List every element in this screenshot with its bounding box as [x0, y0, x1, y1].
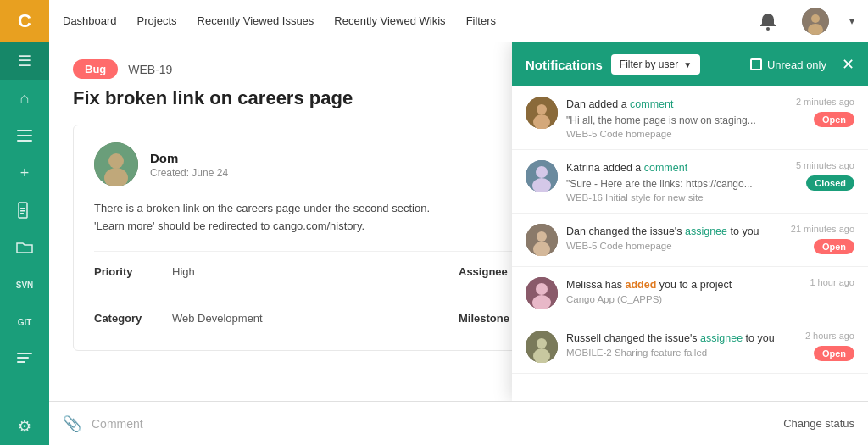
notification-text: Dan added a comment: [566, 97, 787, 113]
svg-rect-6: [20, 213, 24, 214]
notification-avatar: [526, 160, 558, 192]
notification-time: 21 minutes ago: [791, 224, 854, 234]
sidebar-item-svn[interactable]: SVN: [0, 266, 49, 303]
svg-point-33: [537, 338, 547, 348]
notifications-close-button[interactable]: ✕: [842, 55, 854, 74]
notification-time: 2 minutes ago: [796, 97, 854, 107]
filter-by-user-button[interactable]: Filter by user ▼: [611, 54, 700, 75]
sidebar: C ☰ ⌂ + SVN GIT ⚙: [0, 0, 49, 445]
top-navigation: Dashboard Projects Recently Viewed Issue…: [49, 0, 868, 42]
notification-avatar: [526, 224, 558, 256]
notification-text: Katrina added a comment: [566, 160, 787, 176]
notification-status: Open: [814, 239, 854, 254]
nav-projects[interactable]: Projects: [137, 14, 177, 27]
sidebar-item-add[interactable]: +: [0, 154, 49, 192]
author-avatar: [94, 142, 138, 186]
sidebar-item-menu[interactable]: ☰: [0, 42, 49, 80]
notification-right: 2 minutes ago Open: [796, 97, 854, 127]
svg-rect-1: [17, 135, 32, 136]
notification-link[interactable]: assignee: [685, 225, 727, 237]
svg-rect-7: [17, 353, 32, 354]
notification-link[interactable]: comment: [644, 162, 687, 174]
svg-point-10: [766, 27, 770, 31]
notifications-bell[interactable]: [754, 8, 782, 35]
sidebar-item-git[interactable]: GIT: [0, 303, 49, 341]
notification-time: 5 minutes ago: [796, 160, 854, 170]
notification-quote: "Hi all, the home page is now on staging…: [566, 114, 787, 126]
issue-id: WEB-19: [128, 63, 172, 76]
notification-status: Closed: [806, 175, 854, 191]
svg-point-24: [536, 166, 548, 178]
sidebar-item-settings[interactable]: ⚙: [0, 408, 49, 445]
author-created: Created: June 24: [150, 167, 228, 179]
nav-recently-viewed-wikis[interactable]: Recently Viewed Wikis: [334, 14, 445, 27]
notification-right: 21 minutes ago Open: [791, 224, 854, 254]
sidebar-item-document[interactable]: [0, 192, 49, 229]
notification-sub: WEB-5 Code homepage: [566, 129, 787, 139]
notification-sub: WEB-5 Code homepage: [566, 241, 782, 251]
svg-rect-5: [20, 210, 25, 212]
notification-sub: Cango App (C_APPS): [566, 294, 801, 304]
page-body: Bug WEB-19 Fix broken link on careers pa…: [49, 42, 868, 401]
notification-right: 2 hours ago Open: [805, 331, 854, 361]
notification-time: 1 hour ago: [810, 277, 854, 287]
notification-item[interactable]: Melissa has added you to a project Cango…: [512, 267, 868, 320]
filter-chevron-icon: ▼: [683, 60, 692, 70]
unread-only-label[interactable]: Unread only: [750, 58, 826, 71]
svg-rect-4: [20, 208, 25, 209]
notifications-panel: Notifications Filter by user ▼ Unread on…: [512, 42, 868, 401]
added-highlight: added: [625, 279, 656, 291]
category-field: Category Web Development: [94, 303, 459, 333]
app-logo[interactable]: C: [0, 0, 49, 42]
notifications-list: Dan added a comment "Hi all, the home pa…: [512, 86, 868, 401]
notification-link[interactable]: comment: [630, 98, 673, 110]
attachment-icon[interactable]: 📎: [63, 414, 81, 433]
category-value: Web Development: [172, 312, 263, 325]
notification-item[interactable]: Dan added a comment "Hi all, the home pa…: [512, 86, 868, 150]
user-avatar[interactable]: [802, 8, 829, 35]
notification-item[interactable]: Katrina added a comment "Sure - Here are…: [512, 150, 868, 214]
notification-time: 2 hours ago: [805, 331, 854, 341]
svg-rect-2: [17, 140, 32, 142]
svg-rect-0: [17, 130, 32, 131]
nav-dashboard[interactable]: Dashboard: [63, 14, 117, 27]
svg-point-27: [537, 231, 547, 242]
priority-value: High: [172, 265, 195, 278]
svg-rect-9: [17, 361, 25, 363]
author-info: Dom Created: June 24: [150, 151, 228, 179]
notification-item[interactable]: Russell changed the issue's assignee to …: [512, 320, 868, 374]
sidebar-item-list[interactable]: [0, 117, 49, 154]
user-menu-chevron[interactable]: ▾: [849, 15, 854, 27]
notification-text: Russell changed the issue's assignee to …: [566, 331, 797, 347]
sidebar-item-home[interactable]: ⌂: [0, 80, 49, 117]
priority-label: Priority: [94, 265, 162, 278]
notification-status: Open: [814, 112, 854, 127]
notification-avatar: [526, 97, 558, 129]
notification-body: Dan added a comment "Hi all, the home pa…: [566, 97, 787, 139]
nav-recently-viewed-issues[interactable]: Recently Viewed Issues: [198, 14, 314, 27]
svg-point-21: [537, 104, 547, 114]
notification-body: Russell changed the issue's assignee to …: [566, 331, 797, 359]
change-status-button[interactable]: Change status: [783, 417, 854, 430]
notification-quote: "Sure - Here are the links: https://cang…: [566, 178, 787, 190]
svg-point-12: [811, 14, 820, 23]
notification-sub: WEB-16 Initial style for new site: [566, 192, 787, 203]
notification-item[interactable]: Dan changed the issue's assignee to you …: [512, 214, 868, 267]
svg-rect-8: [17, 357, 29, 359]
sidebar-item-timeline[interactable]: [0, 341, 49, 378]
notification-body: Dan changed the issue's assignee to you …: [566, 224, 782, 252]
notification-text: Melissa has added you to a project: [566, 277, 801, 293]
notification-right: 1 hour ago: [810, 277, 854, 287]
sidebar-item-folder[interactable]: [0, 229, 49, 266]
comment-input[interactable]: [92, 417, 773, 431]
unread-only-checkbox[interactable]: [750, 58, 762, 70]
category-label: Category: [94, 312, 162, 325]
notification-body: Melissa has added you to a project Cango…: [566, 277, 801, 305]
notification-avatar: [526, 277, 558, 309]
author-name: Dom: [150, 151, 228, 165]
notification-status: Open: [814, 346, 854, 361]
svg-point-30: [536, 283, 548, 295]
filter-label: Filter by user: [620, 58, 678, 70]
nav-filters[interactable]: Filters: [466, 14, 496, 27]
notification-link[interactable]: assignee: [700, 332, 743, 344]
